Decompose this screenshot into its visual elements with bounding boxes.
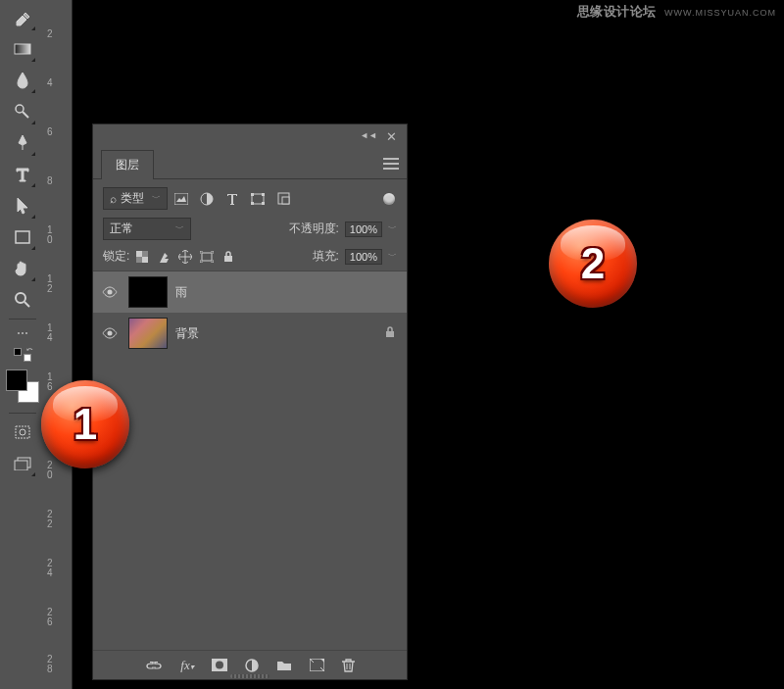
chevron-down-icon[interactable]: ﹀: [388, 250, 397, 263]
watermark-brand: 思缘设计论坛: [577, 4, 657, 19]
lock-label: 锁定:: [103, 248, 129, 265]
default-colors-icon[interactable]: ⤺: [9, 346, 36, 364]
layer-name[interactable]: 背景: [175, 325, 377, 342]
svg-rect-0: [15, 44, 30, 54]
visibility-toggle[interactable]: [99, 327, 121, 339]
svg-rect-19: [142, 257, 148, 263]
lock-artboard-icon[interactable]: [200, 250, 214, 264]
layer-style-icon[interactable]: fx▾: [180, 658, 193, 673]
toolbar-divider: [9, 319, 36, 320]
chevron-down-icon: ﹀: [175, 222, 184, 235]
ruler-mark: 1 0: [47, 225, 71, 245]
delete-layer-icon[interactable]: [342, 659, 355, 672]
svg-rect-7: [15, 461, 27, 470]
svg-rect-24: [386, 331, 394, 337]
panel-tabs: 图层: [93, 152, 407, 179]
toolbar-divider: [9, 413, 36, 414]
vertical-ruler: 2 4 6 8 1 0 1 2 1 4 1 6 2 0 2 2 2 4 2 6 …: [45, 0, 73, 689]
layer-item[interactable]: 背景: [93, 313, 407, 354]
blend-mode-value: 正常: [110, 221, 133, 237]
filter-smart-icon[interactable]: [275, 191, 291, 207]
ruler-mark: 2 4: [47, 559, 71, 578]
panel-collapse-icon[interactable]: ◄◄: [360, 130, 377, 140]
layers-panel: ◄◄ ✕ 图层 ⌕ 类型 ﹀ 正常 ﹀ 不透明度: 100%: [92, 123, 408, 680]
adjustment-layer-icon[interactable]: [245, 659, 259, 672]
dodge-tool[interactable]: [9, 98, 36, 125]
layer-name[interactable]: 雨: [175, 284, 401, 301]
path-selection-tool[interactable]: [9, 192, 36, 220]
filter-toggle[interactable]: [381, 191, 397, 207]
new-layer-icon[interactable]: [310, 659, 324, 671]
ruler-mark: 6: [47, 127, 71, 137]
opacity-value[interactable]: 100%: [345, 221, 382, 237]
callout-badge-2: 2: [549, 220, 637, 308]
hand-tool[interactable]: [9, 255, 36, 282]
svg-rect-20: [202, 253, 212, 261]
chevron-down-icon: ﹀: [152, 192, 161, 205]
svg-point-3: [16, 293, 25, 303]
fill-value[interactable]: 100%: [345, 249, 382, 265]
foreground-color[interactable]: [6, 369, 27, 391]
lock-fill-row: 锁定: 填充: 100% ﹀: [93, 244, 407, 271]
lock-transparent-icon[interactable]: [135, 250, 149, 264]
link-layers-icon[interactable]: [145, 661, 163, 670]
filter-adjustment-icon[interactable]: [199, 191, 215, 207]
resize-grip[interactable]: [230, 674, 270, 678]
callout-badge-1: 1: [41, 380, 129, 468]
layer-mask-icon[interactable]: [212, 659, 227, 671]
edit-toolbar-icon[interactable]: ⋯: [9, 324, 36, 342]
watermark-url: WWW.MISSYUAN.COM: [664, 8, 776, 18]
svg-rect-21: [224, 256, 232, 262]
svg-point-5: [20, 429, 25, 435]
tab-layers[interactable]: 图层: [101, 150, 154, 179]
svg-point-1: [16, 105, 24, 113]
ruler-mark: 1 2: [47, 274, 71, 294]
svg-point-23: [108, 331, 113, 336]
svg-rect-8: [174, 193, 188, 205]
svg-rect-4: [16, 426, 29, 438]
eraser-tool[interactable]: [9, 4, 36, 31]
new-group-icon[interactable]: [276, 659, 292, 671]
zoom-tool[interactable]: [9, 286, 36, 314]
blend-mode-dropdown[interactable]: 正常 ﹀: [103, 218, 191, 240]
layer-thumbnail[interactable]: [128, 276, 168, 308]
filter-shape-icon[interactable]: [250, 191, 266, 207]
blend-opacity-row: 正常 ﹀ 不透明度: 100% ﹀: [93, 214, 407, 244]
fill-num: 100%: [350, 251, 377, 263]
layers-panel-footer: fx▾: [93, 650, 407, 679]
filter-pixel-icon[interactable]: [173, 191, 189, 207]
layer-item[interactable]: 雨: [93, 271, 407, 313]
search-icon: ⌕: [110, 192, 117, 206]
svg-rect-2: [16, 231, 29, 243]
chevron-down-icon[interactable]: ﹀: [388, 222, 397, 235]
gradient-tool[interactable]: [9, 35, 36, 63]
screen-mode-icon[interactable]: [9, 450, 36, 477]
svg-rect-12: [262, 193, 265, 196]
type-tool[interactable]: [9, 161, 36, 188]
ruler-mark: 1 4: [47, 323, 71, 343]
panel-menu-icon[interactable]: [383, 156, 399, 173]
fill-label: 填充:: [313, 248, 339, 265]
filter-type-icon[interactable]: [224, 191, 240, 207]
ruler-mark: 2: [47, 29, 71, 39]
pen-tool[interactable]: [9, 129, 36, 157]
lock-all-icon[interactable]: [221, 250, 235, 264]
layer-thumbnail[interactable]: [128, 318, 168, 349]
watermark: 思缘设计论坛 WWW.MISSYUAN.COM: [577, 3, 776, 21]
panel-header[interactable]: ◄◄ ✕: [93, 124, 407, 152]
opacity-label: 不透明度:: [289, 221, 339, 237]
panel-close-icon[interactable]: ✕: [386, 129, 397, 144]
ruler-mark: 8: [47, 176, 71, 186]
blur-tool[interactable]: [9, 67, 36, 94]
filter-type-label: 类型: [121, 190, 144, 207]
svg-rect-11: [251, 193, 254, 196]
lock-position-icon[interactable]: [178, 250, 192, 264]
color-swatches[interactable]: [6, 369, 39, 403]
lock-image-icon[interactable]: [157, 250, 171, 264]
visibility-toggle[interactable]: [99, 286, 121, 298]
layer-filter-row: ⌕ 类型 ﹀: [93, 179, 407, 214]
quick-mask-icon[interactable]: [9, 418, 36, 446]
filter-type-dropdown[interactable]: ⌕ 类型 ﹀: [103, 187, 168, 210]
callout-number: 2: [581, 239, 605, 288]
rectangle-tool[interactable]: [9, 223, 36, 251]
